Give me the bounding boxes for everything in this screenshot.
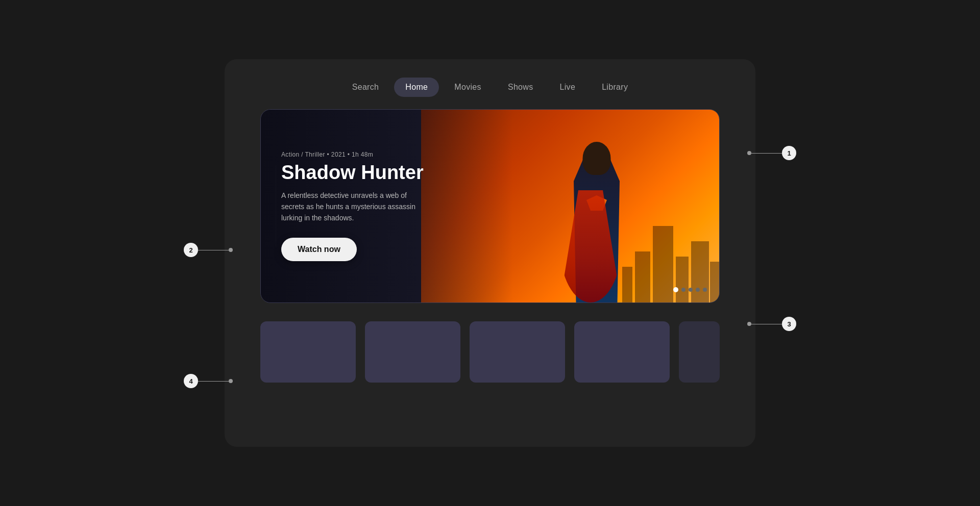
hero-head [583,142,611,175]
carousel-dot-2[interactable] [681,288,685,292]
thumbnail-4[interactable] [574,321,670,383]
annotation-4-line [198,381,229,382]
annotation-1-dot [747,151,751,155]
annotation-2-dot [229,248,233,252]
thumbnails-row [260,321,720,383]
annotation-2-line [198,250,229,250]
carousel-dot-3[interactable] [689,288,693,292]
main-nav: Search Home Movies Shows Live Library [225,59,755,109]
thumbnail-2[interactable] [365,321,460,383]
hero-figure [546,129,648,302]
nav-home[interactable]: Home [394,78,439,97]
nav-live[interactable]: Live [549,78,587,97]
hero-description: A relentless detective unravels a web of… [281,190,424,223]
annotation-4: 4 [184,374,233,388]
thumbnail-5[interactable] [679,321,720,383]
outer-frame: Search Home Movies Shows Live Library [225,59,755,447]
annotation-1-line [751,153,782,154]
annotation-4-badge: 4 [184,374,198,388]
annotation-2-badge: 2 [184,243,198,257]
carousel-dots [673,287,707,292]
carousel-dot-1[interactable] [673,287,678,292]
annotation-3-line [751,324,782,324]
carousel-dot-5[interactable] [703,288,707,292]
thumbnail-1[interactable] [260,321,356,383]
annotation-3-dot [747,322,751,326]
carousel-dot-4[interactable] [696,288,700,292]
nav-shows[interactable]: Shows [497,78,545,97]
annotation-1: 1 [747,146,796,160]
nav-search[interactable]: Search [341,78,390,97]
watch-now-button[interactable]: Watch now [281,238,357,261]
nav-movies[interactable]: Movies [443,78,493,97]
annotation-4-dot [229,379,233,383]
hero-title: Shadow Hunter [281,162,475,184]
annotation-3-badge: 3 [782,317,796,331]
hero-card: Action / Thriller • 2021 • 1h 48m Shadow… [260,109,720,303]
annotation-3: 3 [747,317,796,331]
annotation-2: 2 [184,243,233,257]
nav-library[interactable]: Library [591,78,639,97]
hero-meta: Action / Thriller • 2021 • 1h 48m [281,151,475,158]
annotation-1-badge: 1 [782,146,796,160]
hero-content: Action / Thriller • 2021 • 1h 48m Shadow… [261,110,490,302]
page-wrapper: Search Home Movies Shows Live Library [225,59,755,447]
thumbnail-3[interactable] [470,321,565,383]
